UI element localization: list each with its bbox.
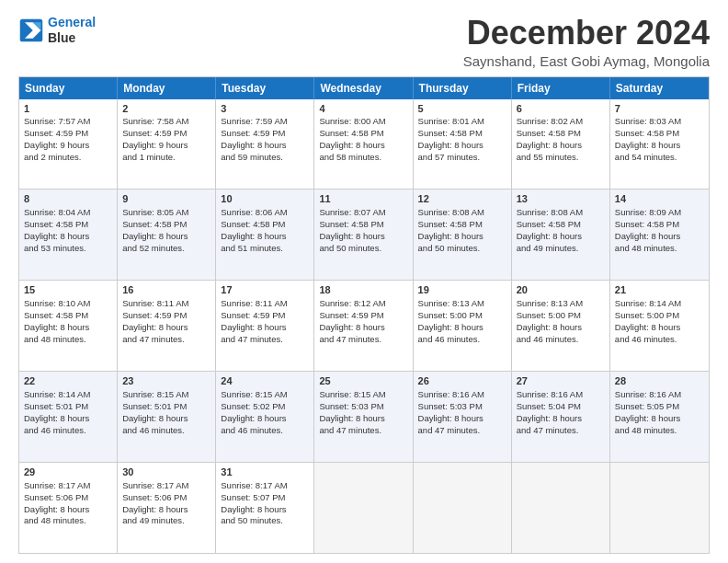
calendar-cell: 18Sunrise: 8:12 AMSunset: 4:59 PMDayligh… [314, 281, 413, 371]
day-info-line: and 59 minutes. [221, 152, 283, 162]
day-info-line: Sunrise: 8:06 AM [221, 207, 287, 217]
day-info-line: and 48 minutes. [615, 243, 677, 253]
calendar-cell: 25Sunrise: 8:15 AMSunset: 5:03 PMDayligh… [314, 372, 413, 462]
day-number: 29 [24, 465, 112, 479]
calendar-cell [314, 463, 413, 553]
day-info-line: Sunrise: 8:08 AM [418, 207, 484, 217]
day-info-line: Sunrise: 8:13 AM [517, 298, 583, 308]
day-number: 25 [319, 374, 407, 388]
day-info-line: and 47 minutes. [319, 334, 381, 344]
calendar-cell: 29Sunrise: 8:17 AMSunset: 5:06 PMDayligh… [19, 463, 118, 553]
day-number: 3 [221, 102, 309, 116]
day-info-line: Daylight: 8 hours [221, 413, 286, 423]
day-info-line: Sunset: 4:58 PM [615, 128, 679, 138]
calendar-cell: 8Sunrise: 8:04 AMSunset: 4:58 PMDaylight… [19, 190, 118, 280]
day-info-line: Sunset: 4:58 PM [418, 219, 483, 229]
logo-icon [18, 17, 44, 43]
day-info-line: Sunrise: 7:57 AM [24, 116, 90, 126]
header-day-thursday: Thursday [414, 77, 512, 99]
day-number: 1 [24, 102, 112, 116]
day-info-line: and 48 minutes. [24, 334, 86, 344]
day-info-line: Daylight: 9 hours [24, 140, 89, 150]
day-info-line: and 46 minutes. [221, 425, 283, 435]
day-number: 24 [221, 374, 309, 388]
day-info-line: Sunset: 4:58 PM [319, 128, 383, 138]
day-info-line: Daylight: 8 hours [24, 504, 89, 514]
day-info-line: Sunrise: 8:12 AM [319, 298, 385, 308]
day-info-line: Sunrise: 8:11 AM [221, 298, 287, 308]
day-info-line: Daylight: 8 hours [122, 504, 188, 514]
day-info-line: Sunset: 5:01 PM [24, 401, 88, 411]
header-day-sunday: Sunday [19, 77, 118, 99]
calendar-row-1: 1Sunrise: 7:57 AMSunset: 4:59 PMDaylight… [19, 99, 709, 190]
day-info-line: and 1 minute. [122, 152, 176, 162]
day-info-line: Sunset: 5:03 PM [418, 401, 483, 411]
day-info-line: and 49 minutes. [517, 243, 579, 253]
day-info-line: Sunrise: 8:16 AM [517, 389, 583, 399]
calendar-cell: 16Sunrise: 8:11 AMSunset: 4:59 PMDayligh… [118, 281, 216, 371]
day-info-line: Sunrise: 7:59 AM [221, 116, 287, 126]
day-info-line: and 55 minutes. [517, 152, 579, 162]
day-info-line: Sunrise: 8:15 AM [319, 389, 385, 399]
day-info-line: Sunset: 5:06 PM [24, 492, 88, 502]
day-info-line: Sunset: 4:59 PM [319, 310, 383, 320]
calendar-cell: 6Sunrise: 8:02 AMSunset: 4:58 PMDaylight… [512, 99, 610, 190]
day-info-line: Sunset: 4:58 PM [24, 310, 88, 320]
day-info-line: and 47 minutes. [319, 425, 381, 435]
header: General Blue December 2024 Saynshand, Ea… [18, 15, 710, 69]
calendar-cell: 13Sunrise: 8:08 AMSunset: 4:58 PMDayligh… [512, 190, 610, 280]
day-info-line: Sunset: 4:58 PM [615, 219, 679, 229]
day-number: 16 [122, 283, 210, 297]
header-day-friday: Friday [512, 77, 610, 99]
day-info-line: and 47 minutes. [418, 425, 481, 435]
day-info-line: and 52 minutes. [122, 243, 185, 253]
day-info-line: Daylight: 8 hours [615, 140, 680, 150]
logo-line1: General [48, 15, 96, 29]
day-info-line: and 46 minutes. [122, 425, 185, 435]
day-number: 27 [517, 374, 605, 388]
day-info-line: Sunset: 5:00 PM [615, 310, 679, 320]
day-number: 5 [418, 102, 506, 116]
calendar-cell [512, 463, 610, 553]
day-number: 31 [221, 465, 309, 479]
day-info-line: Sunrise: 8:17 AM [24, 480, 90, 490]
day-number: 17 [221, 283, 309, 297]
day-info-line: Daylight: 8 hours [517, 231, 582, 241]
day-info-line: Daylight: 8 hours [418, 231, 483, 241]
day-number: 10 [221, 192, 309, 206]
day-info-line: Sunrise: 8:17 AM [122, 480, 188, 490]
day-info-line: Daylight: 8 hours [319, 140, 384, 150]
subtitle: Saynshand, East Gobi Aymag, Mongolia [463, 53, 710, 69]
day-info-line: Daylight: 8 hours [615, 322, 680, 332]
day-info-line: Daylight: 9 hours [122, 140, 188, 150]
day-info-line: Sunset: 5:07 PM [221, 492, 285, 502]
calendar-cell: 12Sunrise: 8:08 AMSunset: 4:58 PMDayligh… [414, 190, 512, 280]
logo-text: General Blue [48, 15, 96, 46]
day-info-line: Sunrise: 8:03 AM [615, 116, 681, 126]
day-number: 18 [319, 283, 407, 297]
calendar-cell [414, 463, 512, 553]
day-info-line: and 50 minutes. [418, 243, 481, 253]
day-info-line: Sunrise: 8:14 AM [24, 389, 90, 399]
day-info-line: Sunrise: 8:13 AM [418, 298, 484, 308]
calendar-cell: 4Sunrise: 8:00 AMSunset: 4:58 PMDaylight… [314, 99, 413, 190]
day-info-line: Sunset: 4:59 PM [24, 128, 88, 138]
day-info-line: Sunset: 5:02 PM [221, 401, 285, 411]
day-info-line: and 46 minutes. [615, 334, 677, 344]
calendar-cell: 17Sunrise: 8:11 AMSunset: 4:59 PMDayligh… [216, 281, 314, 371]
day-info-line: Sunrise: 8:09 AM [615, 207, 681, 217]
day-info-line: and 49 minutes. [122, 515, 185, 525]
day-info-line: Sunset: 5:05 PM [615, 401, 679, 411]
day-number: 4 [319, 102, 407, 116]
day-number: 23 [122, 374, 210, 388]
day-number: 11 [319, 192, 407, 206]
calendar-cell: 14Sunrise: 8:09 AMSunset: 4:58 PMDayligh… [610, 190, 709, 280]
day-info-line: Sunset: 5:00 PM [517, 310, 581, 320]
day-info-line: Sunset: 5:00 PM [418, 310, 483, 320]
day-info-line: Daylight: 8 hours [122, 231, 188, 241]
logo-line2: Blue [48, 30, 96, 46]
calendar-cell: 30Sunrise: 8:17 AMSunset: 5:06 PMDayligh… [118, 463, 216, 553]
calendar-cell: 19Sunrise: 8:13 AMSunset: 5:00 PMDayligh… [414, 281, 512, 371]
day-info-line: and 46 minutes. [517, 334, 579, 344]
day-info-line: and 47 minutes. [517, 425, 579, 435]
